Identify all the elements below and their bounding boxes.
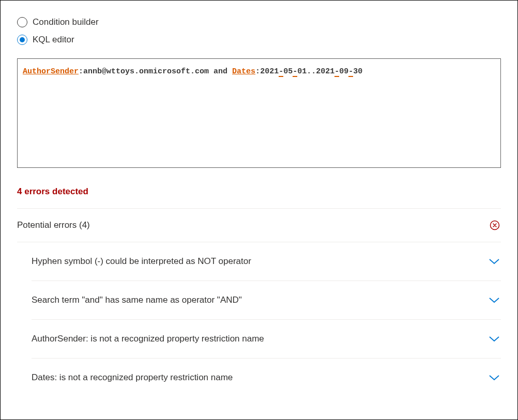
kql-text: 2021: [260, 67, 279, 76]
error-item[interactable]: AuthorSender: is not a recognized proper…: [32, 320, 501, 359]
chevron-down-icon: [489, 372, 500, 383]
potential-errors-header[interactable]: Potential errors (4): [17, 209, 501, 242]
kql-editor-textarea[interactable]: AuthorSender:annb@wttoys.onmicrosoft.com…: [17, 58, 501, 168]
radio-icon-selected: [17, 35, 27, 45]
radio-label: KQL editor: [33, 35, 74, 45]
radio-kql-editor[interactable]: KQL editor: [17, 35, 501, 45]
error-item[interactable]: Search term "and" has same name as opera…: [32, 281, 501, 320]
error-item[interactable]: Hyphen symbol (-) could be interpreted a…: [32, 242, 501, 281]
chevron-down-icon: [489, 256, 500, 267]
radio-label: Condition builder: [33, 17, 99, 27]
kql-text: 3: [353, 67, 358, 76]
radio-icon: [17, 17, 27, 27]
kql-text: :: [255, 67, 260, 76]
potential-errors-label: Potential errors (4): [17, 220, 90, 230]
error-text: Search term "and" has same name as opera…: [32, 295, 242, 305]
kql-hyphen: -: [293, 67, 297, 77]
kql-text: annb@wttoys.onmicrosoft.com and: [83, 67, 232, 76]
error-text: Dates: is not a recognized property rest…: [32, 372, 233, 383]
error-text: AuthorSender: is not a recognized proper…: [32, 334, 264, 344]
error-summary: 4 errors detected: [17, 186, 501, 209]
kql-property-token: AuthorSender: [23, 67, 79, 76]
error-list: Hyphen symbol (-) could be interpreted a…: [17, 242, 501, 397]
kql-text: 05: [283, 67, 293, 76]
kql-hyphen: -: [334, 67, 339, 77]
kql-text: 0: [358, 67, 362, 76]
query-mode-radio-group: Condition builder KQL editor: [17, 17, 501, 45]
close-icon[interactable]: [490, 220, 500, 230]
radio-condition-builder[interactable]: Condition builder: [17, 17, 501, 27]
kql-text: 09: [339, 67, 348, 76]
kql-text: 2021: [316, 67, 334, 76]
kql-text: ..: [307, 67, 316, 76]
kql-hyphen: -: [279, 67, 283, 77]
kql-property-token: Dates: [232, 67, 255, 76]
error-item[interactable]: Dates: is not a recognized property rest…: [32, 359, 501, 397]
radio-inner-dot: [20, 37, 25, 42]
chevron-down-icon: [489, 333, 500, 345]
kql-text: :: [79, 67, 83, 76]
error-text: Hyphen symbol (-) could be interpreted a…: [32, 256, 251, 267]
chevron-down-icon: [489, 294, 500, 306]
kql-hyphen: -: [348, 67, 353, 77]
kql-text: 01: [297, 67, 307, 76]
